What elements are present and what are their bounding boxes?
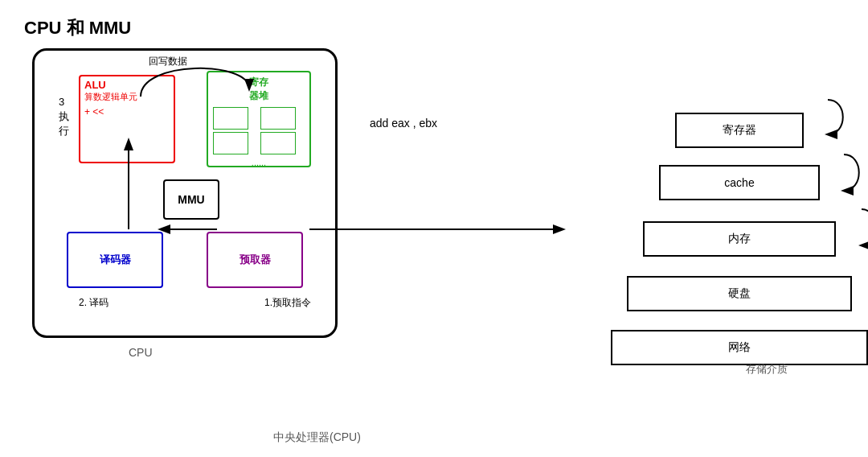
reg-cell-4 <box>260 132 296 154</box>
prefetch-label: 1.预取指令 <box>264 296 311 310</box>
storage-label: 存储介质 <box>746 362 788 377</box>
instruction-label: add eax , ebx <box>370 117 437 130</box>
alu-subtitle: 算数逻辑单元 <box>80 91 174 103</box>
stair-network: 网络 <box>611 330 868 365</box>
prefetch-text: 预取器 <box>240 253 271 267</box>
decoder-label: 2. 译码 <box>79 296 108 310</box>
reg-cell-3 <box>213 132 248 154</box>
stair-cache: cache <box>659 165 820 200</box>
alu-ops: + << <box>80 103 174 117</box>
alu-title: ALU <box>80 76 174 91</box>
alu-box: ALU 算数逻辑单元 + << <box>79 75 175 163</box>
decoder-box: 译码器 <box>67 232 163 288</box>
mmu-box: MMU <box>163 179 219 220</box>
mmu-label: MMU <box>178 193 204 206</box>
stair-memory: 内存 <box>643 221 836 257</box>
reg-heap-title: 寄存器堆 <box>211 76 306 103</box>
reg-dots: ...... <box>211 156 306 167</box>
prefetch-box: 预取器 <box>207 232 303 288</box>
exec-label: 3执行 <box>59 95 69 139</box>
cpu-box: 3执行 ALU 算数逻辑单元 + << 寄存器堆 ...... MMU 译码器 <box>32 48 338 338</box>
page-title: CPU 和 MMU <box>24 16 844 40</box>
register-heap-box: 寄存器堆 ...... <box>207 71 311 167</box>
reg-cell-2 <box>260 107 296 130</box>
bottom-label: 中央处理器(CPU) <box>273 430 361 445</box>
writeback-label: 回写数据 <box>149 55 187 68</box>
stair-disk: 硬盘 <box>627 276 852 311</box>
decoder-text: 译码器 <box>100 253 131 267</box>
stair-register: 寄存器 <box>675 113 804 148</box>
reg-cell-1 <box>213 107 248 130</box>
cpu-label: CPU <box>129 346 153 359</box>
reg-grid <box>211 105 306 156</box>
